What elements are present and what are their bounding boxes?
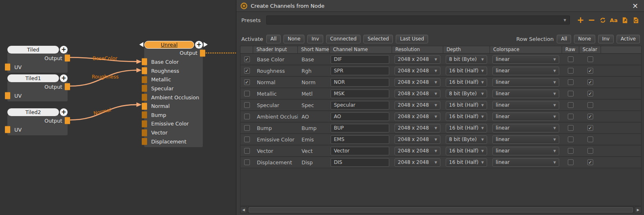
raw-checkbox[interactable] <box>568 102 574 108</box>
scalar-checkbox[interactable]: ✓ <box>587 159 593 165</box>
scalar-checkbox[interactable]: ✓ <box>587 68 593 74</box>
channel-name-input[interactable]: BUP <box>331 124 389 132</box>
add-preset-icon[interactable]: + <box>576 16 585 25</box>
colorspace-dropdown[interactable]: linear▼ <box>492 55 559 64</box>
activate-selected-button[interactable]: Selected <box>363 35 393 43</box>
colorspace-dropdown[interactable]: linear▼ <box>492 124 559 132</box>
scalar-checkbox[interactable]: ✓ <box>587 91 593 96</box>
scalar-checkbox[interactable] <box>587 148 593 154</box>
active-checkbox[interactable]: ✓ <box>244 79 250 85</box>
channel-name-input[interactable]: Vector <box>331 147 389 155</box>
graph-node-unreal[interactable]: Unreal+OutputBase ColorRoughnessMetallic… <box>144 41 203 147</box>
resolution-dropdown[interactable]: 2048 x 2048▼ <box>395 135 440 144</box>
depth-dropdown[interactable]: 16 bit (Half)▼ <box>446 67 487 75</box>
row-selection-none-button[interactable]: None <box>574 35 595 43</box>
channel-name-input[interactable]: DIS <box>331 158 389 167</box>
channel-name-input[interactable]: NOR <box>331 78 389 87</box>
colorspace-dropdown[interactable]: linear▼ <box>492 101 559 110</box>
activate-all-button[interactable]: All <box>266 35 281 43</box>
output-port[interactable] <box>65 55 70 62</box>
channel-name-input[interactable]: SPR <box>331 67 389 75</box>
active-checkbox[interactable] <box>244 159 250 165</box>
scalar-checkbox[interactable]: ✓ <box>587 125 593 131</box>
colorspace-dropdown[interactable]: linear▼ <box>492 135 559 144</box>
node-title[interactable]: Tiled <box>7 46 59 54</box>
node-add-button[interactable]: + <box>60 74 68 82</box>
input-port-specular[interactable] <box>142 85 147 92</box>
colorspace-dropdown[interactable]: linear▼ <box>492 78 559 87</box>
output-port[interactable] <box>65 117 70 124</box>
colorspace-dropdown[interactable]: linear▼ <box>492 67 559 75</box>
raw-checkbox[interactable] <box>568 137 574 142</box>
active-checkbox[interactable] <box>244 114 250 119</box>
remove-preset-icon[interactable]: − <box>587 16 596 25</box>
horizontal-scrollbar[interactable]: ◀ ▶ <box>240 206 642 213</box>
colorspace-dropdown[interactable]: linear▼ <box>492 147 559 155</box>
active-checkbox[interactable]: ✓ <box>244 56 250 62</box>
node-graph-panel[interactable]: Tiled+OutputUVTiled1+OutputUVTiled2+Outp… <box>0 0 236 215</box>
scalar-checkbox[interactable]: ✓ <box>587 79 593 85</box>
import-preset-icon[interactable] <box>631 16 641 25</box>
node-add-button[interactable]: + <box>60 108 68 116</box>
colorspace-dropdown[interactable]: linear▼ <box>492 158 559 167</box>
scroll-right-button[interactable]: ▶ <box>635 206 642 213</box>
input-port-uv[interactable] <box>5 64 10 71</box>
resolution-dropdown[interactable]: 2048 x 2048▼ <box>395 78 440 87</box>
raw-checkbox[interactable] <box>568 148 574 154</box>
depth-dropdown[interactable]: 8 bit (Byte)▼ <box>446 55 487 64</box>
scroll-left-button[interactable]: ◀ <box>240 206 247 213</box>
depth-dropdown[interactable]: 8 bit (Byte)▼ <box>446 90 487 98</box>
active-checkbox[interactable]: ✓ <box>244 68 250 74</box>
export-preset-icon[interactable] <box>620 16 630 25</box>
output-port[interactable] <box>200 49 205 56</box>
raw-checkbox[interactable] <box>568 114 574 119</box>
input-port-uv[interactable] <box>5 126 10 133</box>
resolution-dropdown[interactable]: 2048 x 2048▼ <box>395 147 440 155</box>
dialog-titlebar[interactable]: Create Channels from Node × <box>236 0 644 12</box>
scalar-checkbox[interactable] <box>587 137 593 142</box>
graph-node-tiled2[interactable]: Tiled2+OutputUV <box>7 108 68 135</box>
resolution-dropdown[interactable]: 2048 x 2048▼ <box>395 124 440 132</box>
resolution-dropdown[interactable]: 2048 x 2048▼ <box>395 90 440 98</box>
depth-dropdown[interactable]: 16 bit (Half)▼ <box>446 147 487 155</box>
scalar-checkbox[interactable]: ✓ <box>587 114 593 119</box>
refresh-presets-icon[interactable] <box>598 16 608 25</box>
input-port-vector[interactable] <box>142 129 147 136</box>
colorspace-dropdown[interactable]: linear▼ <box>492 112 559 121</box>
input-port-roughness[interactable] <box>142 67 147 74</box>
input-port-uv[interactable] <box>5 92 10 99</box>
input-port-ambient-occlusion[interactable] <box>142 94 147 101</box>
resolution-dropdown[interactable]: 2048 x 2048▼ <box>395 112 440 121</box>
scalar-checkbox[interactable] <box>587 56 593 62</box>
active-checkbox[interactable] <box>244 148 250 154</box>
row-selection-all-button[interactable]: All <box>557 35 571 43</box>
channel-name-input[interactable]: DIF <box>331 55 389 64</box>
row-selection-active-button[interactable]: Active <box>617 35 640 43</box>
row-selection-inv-button[interactable]: Inv <box>598 35 614 43</box>
scalar-checkbox[interactable] <box>587 102 593 108</box>
raw-checkbox[interactable] <box>568 79 574 85</box>
node-add-button[interactable]: + <box>195 41 203 49</box>
resolution-dropdown[interactable]: 2048 x 2048▼ <box>395 67 440 75</box>
close-icon[interactable]: × <box>630 2 640 9</box>
depth-dropdown[interactable]: 16 bit (Half)▼ <box>446 112 487 121</box>
rename-preset-icon[interactable]: Aa <box>609 16 619 25</box>
activate-inv-button[interactable]: Inv <box>307 35 323 43</box>
colorspace-dropdown[interactable]: linear▼ <box>492 90 559 98</box>
raw-checkbox[interactable] <box>568 159 574 165</box>
resolution-dropdown[interactable]: 2048 x 2048▼ <box>395 101 440 110</box>
node-add-button[interactable]: + <box>60 46 68 54</box>
output-port[interactable] <box>65 83 70 90</box>
activate-last-used-button[interactable]: Last Used <box>396 35 428 43</box>
active-checkbox[interactable] <box>244 91 250 96</box>
input-port-metallic[interactable] <box>142 76 147 83</box>
input-port-displacement[interactable] <box>142 138 147 145</box>
activate-none-button[interactable]: None <box>283 35 304 43</box>
active-checkbox[interactable] <box>244 137 250 142</box>
graph-node-tiled1[interactable]: Tiled1+OutputUV <box>7 74 68 101</box>
input-port-normal[interactable] <box>142 103 147 110</box>
depth-dropdown[interactable]: 16 bit (Half)▼ <box>446 158 487 167</box>
active-checkbox[interactable] <box>244 102 250 108</box>
channel-name-input[interactable]: AO <box>331 112 389 121</box>
depth-dropdown[interactable]: 8 bit (Byte)▼ <box>446 135 487 144</box>
